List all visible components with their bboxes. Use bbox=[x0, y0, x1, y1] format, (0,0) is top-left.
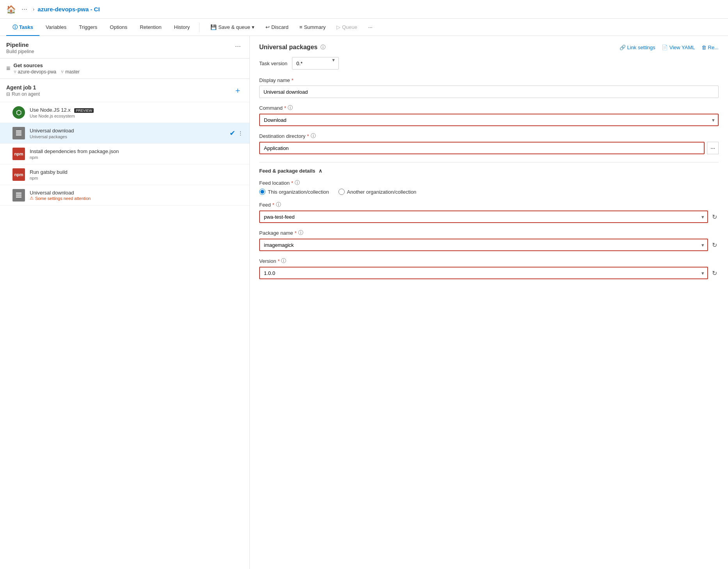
top-bar: 🏠 ··· › azure-devops-pwa - CI bbox=[0, 0, 728, 19]
tab-variables[interactable]: Variables bbox=[39, 19, 73, 36]
feed-location-radio-group: This organization/collection Another org… bbox=[259, 189, 719, 195]
display-name-input[interactable] bbox=[259, 86, 719, 98]
pipeline-more-button[interactable]: ··· bbox=[233, 41, 243, 51]
version-info-icon[interactable]: ⓘ bbox=[281, 257, 286, 264]
universal-download-2-task-name: Universal download bbox=[30, 190, 243, 196]
tab-tasks[interactable]: ⓘ Tasks bbox=[6, 19, 39, 36]
package-name-refresh-button[interactable]: ↻ bbox=[710, 239, 719, 251]
page-title: azure-devops-pwa - CI bbox=[37, 6, 100, 12]
tasks-icon: ⓘ bbox=[12, 24, 18, 31]
package-name-info-icon[interactable]: ⓘ bbox=[298, 229, 303, 236]
display-name-group: Display name * bbox=[259, 77, 719, 98]
agent-job-subtitle: ⊟ Run on agent bbox=[6, 91, 40, 97]
dest-info-icon[interactable]: ⓘ bbox=[311, 132, 316, 139]
feed-location-info-icon[interactable]: ⓘ bbox=[295, 179, 300, 186]
task-gatsby-build[interactable]: npm Run gatsby build npm bbox=[0, 164, 249, 185]
version-row: 1.0.0 ▾ ↻ bbox=[259, 267, 719, 279]
version-select[interactable]: 1.0.0 bbox=[259, 267, 708, 279]
feed-location-this-radio[interactable] bbox=[259, 189, 265, 195]
dest-dir-label: Destination directory * ⓘ bbox=[259, 132, 719, 139]
version-select-wrapper: 1.0.0 ▾ bbox=[259, 267, 708, 279]
universal-download-task-name: Universal download bbox=[30, 128, 225, 134]
feed-refresh-button[interactable]: ↻ bbox=[710, 210, 719, 223]
install-deps-task-sub: npm bbox=[30, 155, 243, 160]
dest-dir-browse-button[interactable]: ··· bbox=[707, 142, 719, 154]
task-install-deps[interactable]: npm Install dependencies from package.js… bbox=[0, 144, 249, 164]
warning-message: ⚠ Some settings need attention bbox=[30, 196, 243, 201]
svg-rect-0 bbox=[16, 130, 21, 132]
version-required-star: * bbox=[278, 258, 279, 264]
more-actions-button[interactable]: ··· bbox=[363, 22, 377, 32]
task-universal-download-selected[interactable]: Universal download Universal packages ✔ … bbox=[0, 123, 249, 144]
link-settings-button[interactable]: 🔗 Link settings bbox=[619, 45, 655, 50]
dest-dir-input[interactable] bbox=[259, 142, 705, 154]
task-version-label: Task version bbox=[259, 61, 287, 66]
view-yaml-button[interactable]: 📄 View YAML bbox=[662, 45, 695, 50]
nav-tabs: ⓘ Tasks Variables Triggers Options Reten… bbox=[0, 19, 728, 36]
breadcrumb-chevron: › bbox=[33, 6, 34, 12]
tab-history[interactable]: History bbox=[168, 19, 196, 36]
get-sources-item[interactable]: ≡ Get sources ⑂ azure-devops-pwa ⑂ maste… bbox=[0, 59, 249, 79]
task-version-row: Task version 0.* ▾ bbox=[259, 57, 719, 70]
command-label: Command * ⓘ bbox=[259, 104, 719, 111]
feed-info-icon[interactable]: ⓘ bbox=[276, 201, 281, 208]
task-universal-download-2[interactable]: Universal download ⚠ Some settings need … bbox=[0, 185, 249, 206]
universal-download-task-sub: Universal packages bbox=[30, 134, 225, 139]
nodejs-task-sub: Use Node.js ecosystem bbox=[30, 114, 243, 118]
save-queue-button[interactable]: 💾 Save & queue ▾ bbox=[206, 22, 259, 32]
command-select[interactable]: Download Publish bbox=[259, 114, 719, 126]
task-version-select[interactable]: 0.* bbox=[292, 57, 339, 70]
section-chevron-icon[interactable]: ∧ bbox=[319, 168, 322, 174]
queue-button[interactable]: ▷ Queue bbox=[332, 22, 362, 32]
pipeline-info: Pipeline Build pipeline bbox=[6, 41, 34, 54]
package-name-label: Package name * ⓘ bbox=[259, 229, 719, 236]
svg-rect-3 bbox=[16, 193, 21, 194]
agent-job-header: Agent job 1 ⊟ Run on agent ＋ bbox=[0, 79, 249, 102]
top-bar-dots[interactable]: ··· bbox=[19, 4, 30, 14]
feed-package-section-header: Feed & package details ∧ bbox=[259, 162, 719, 174]
svg-rect-2 bbox=[16, 134, 21, 136]
discard-button[interactable]: ↩ Discard bbox=[261, 22, 293, 32]
add-task-button[interactable]: ＋ bbox=[232, 84, 243, 97]
summary-button[interactable]: ≡ Summary bbox=[295, 22, 330, 32]
feed-location-another-radio[interactable] bbox=[338, 189, 345, 195]
pipeline-header: Pipeline Build pipeline ··· bbox=[0, 36, 249, 59]
version-refresh-button[interactable]: ↻ bbox=[710, 267, 719, 279]
gatsby-task-sub: npm bbox=[30, 176, 243, 180]
pkg-required-star: * bbox=[295, 230, 297, 236]
tab-retention[interactable]: Retention bbox=[133, 19, 168, 36]
get-sources-meta: ⑂ azure-devops-pwa ⑂ master bbox=[14, 69, 80, 75]
panel-info-icon[interactable]: ⓘ bbox=[320, 44, 326, 51]
task-more-icon[interactable]: ⋮ bbox=[238, 130, 243, 136]
branch-icon: ⑂ bbox=[61, 69, 64, 75]
package-name-select-wrapper: imagemagick ▾ bbox=[259, 239, 708, 251]
feed-select-wrapper: pwa-test-feed ▾ bbox=[259, 210, 708, 223]
install-deps-task-name: Install dependencies from package.json bbox=[30, 148, 243, 154]
panel-title: Universal packages bbox=[259, 44, 317, 51]
command-info-icon[interactable]: ⓘ bbox=[288, 104, 293, 111]
panel-header: Universal packages ⓘ 🔗 Link settings 📄 V… bbox=[259, 44, 719, 51]
tab-options[interactable]: Options bbox=[103, 19, 133, 36]
left-panel: Pipeline Build pipeline ··· ≡ Get source… bbox=[0, 36, 250, 569]
save-icon: 💾 bbox=[210, 24, 217, 30]
package-name-select[interactable]: imagemagick bbox=[259, 239, 708, 251]
discard-icon: ↩ bbox=[265, 24, 270, 30]
feed-location-another-org[interactable]: Another organization/collection bbox=[338, 189, 417, 195]
feed-label: Feed * ⓘ bbox=[259, 201, 719, 208]
feed-select[interactable]: pwa-test-feed bbox=[259, 210, 708, 223]
task-version-select-wrapper: 0.* ▾ bbox=[292, 57, 339, 70]
queue-icon: ▷ bbox=[336, 24, 340, 30]
task-nodejs[interactable]: ⬡ Use Node.JS 12.x PREVIEW Use Node.js e… bbox=[0, 102, 249, 123]
remove-button[interactable]: 🗑 Re... bbox=[701, 45, 719, 50]
repo-name: ⑂ azure-devops-pwa bbox=[14, 69, 57, 75]
dest-dir-group: Destination directory * ⓘ ··· bbox=[259, 132, 719, 154]
pipeline-subtitle: Build pipeline bbox=[6, 49, 34, 54]
required-star: * bbox=[292, 77, 294, 83]
tab-triggers[interactable]: Triggers bbox=[73, 19, 103, 36]
svg-rect-5 bbox=[16, 196, 21, 198]
feed-location-this-org[interactable]: This organization/collection bbox=[259, 189, 329, 195]
nav-separator bbox=[199, 23, 199, 32]
package-name-group: Package name * ⓘ imagemagick ▾ ↻ bbox=[259, 229, 719, 251]
nodejs-task-name: Use Node.JS 12.x PREVIEW bbox=[30, 107, 243, 113]
package-name-row: imagemagick ▾ ↻ bbox=[259, 239, 719, 251]
